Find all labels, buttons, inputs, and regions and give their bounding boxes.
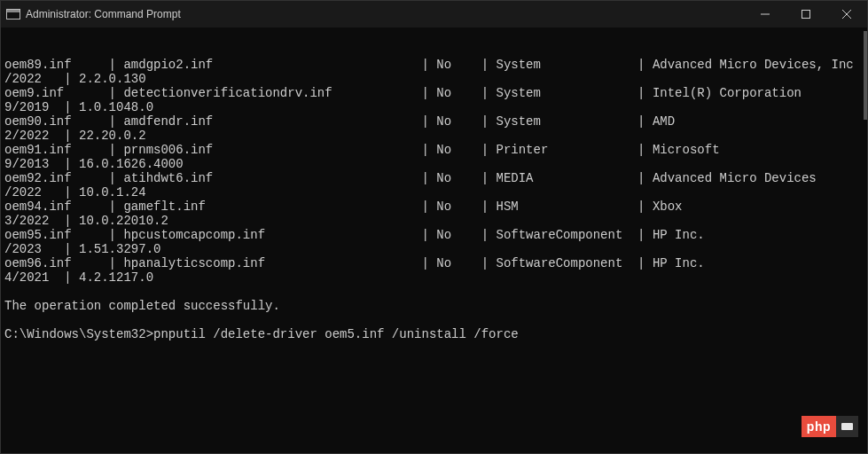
svg-rect-0 [802, 11, 810, 19]
maximize-icon [802, 10, 810, 19]
watermark-right [836, 416, 858, 437]
window-controls [745, 1, 867, 27]
window-title: Administrator: Command Prompt [26, 8, 745, 20]
scrollbar[interactable] [856, 27, 867, 453]
maximize-button[interactable] [786, 1, 826, 27]
terminal-output: oem89.inf | amdgpio2.inf | No | System |… [4, 58, 864, 341]
close-icon [842, 10, 851, 19]
titlebar[interactable]: Administrator: Command Prompt [1, 1, 867, 27]
scrollbar-thumb[interactable] [864, 31, 867, 120]
cmd-icon [6, 9, 20, 20]
watermark-left: php [802, 416, 836, 437]
minimize-button[interactable] [745, 1, 786, 27]
minimize-icon [761, 10, 770, 19]
close-button[interactable] [826, 1, 867, 27]
watermark-badge: php [802, 416, 858, 437]
watermark-bar-icon [841, 423, 853, 430]
command-prompt-window: Administrator: Command Prompt oem89.inf … [0, 0, 868, 454]
terminal-area[interactable]: oem89.inf | amdgpio2.inf | No | System |… [1, 27, 867, 453]
